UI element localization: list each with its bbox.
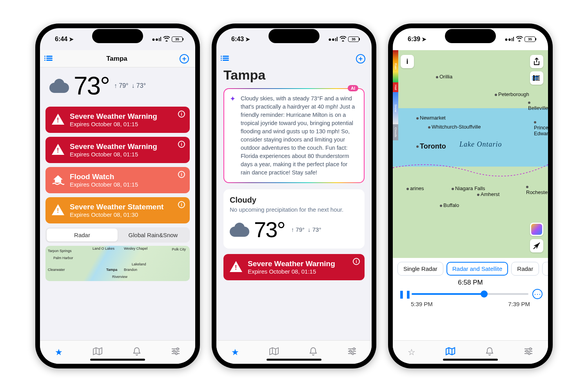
current-temp: 73° xyxy=(74,71,109,100)
svg-point-11 xyxy=(526,350,528,352)
radar-mode-chip[interactable]: G xyxy=(542,262,548,276)
phone-2-tampa-ai: 6:43 ➤ ●●ıl 35 + Tampa AI ✦ Cloudy xyxy=(212,24,376,368)
map-label: Riverview xyxy=(112,275,127,279)
svg-point-0 xyxy=(177,348,179,350)
list-button[interactable] xyxy=(223,54,230,64)
high-temp: ↑ 79° xyxy=(114,82,129,89)
radar-mode-chip[interactable]: Radar xyxy=(511,262,539,276)
alert-title: Flood Watch xyxy=(70,172,138,181)
conditions-card: Cloudy No upcoming precipitation for the… xyxy=(223,189,365,249)
alert-card[interactable]: Severe Weather WarningExpires October 08… xyxy=(45,107,190,133)
map-label: Land O Lakes xyxy=(93,247,114,250)
nav-title: Tampa xyxy=(106,55,127,63)
alert-card[interactable]: Severe Weather WarningExpires October 08… xyxy=(45,137,190,163)
radar-layer-button[interactable] xyxy=(530,223,543,236)
warning-triangle-icon xyxy=(230,261,242,274)
main-content: Tampa AI ✦ Cloudy skies, with a steady 7… xyxy=(216,67,372,340)
map-label: Polk City xyxy=(172,247,186,251)
map-city-label: Newmarket xyxy=(416,115,446,121)
info-icon[interactable]: i xyxy=(353,258,360,265)
svg-point-10 xyxy=(530,348,532,350)
wifi-icon xyxy=(339,36,347,43)
list-button[interactable] xyxy=(46,54,54,64)
alert-card[interactable]: Severe Weather StatementExpires October … xyxy=(45,197,190,223)
timeline-current: 6:58 PM xyxy=(393,278,548,289)
map-city-label: Toronto xyxy=(416,142,446,151)
cloud-icon xyxy=(49,79,69,93)
home-indicator xyxy=(90,359,145,361)
plus-circle-icon: + xyxy=(356,54,365,64)
map-label: Tampa xyxy=(106,268,117,272)
map-label: Brandon xyxy=(124,268,137,272)
home-indicator xyxy=(443,359,498,361)
alert-card[interactable]: Flood WatchExpires October 08, 01:15i xyxy=(45,167,190,193)
pause-button[interactable]: ❚❚ xyxy=(398,289,408,299)
ai-summary-card[interactable]: AI ✦ Cloudy skies, with a steady 73°F an… xyxy=(223,88,365,183)
tab-favorites[interactable]: ★ xyxy=(231,347,239,358)
radar-mode-chip[interactable]: Single Radar xyxy=(397,262,443,276)
alert-subtitle: Expires October 08, 01:15 xyxy=(248,268,335,275)
disable-location-button[interactable] xyxy=(530,239,543,252)
condition-subtitle: No upcoming precipitation for the next h… xyxy=(230,206,358,213)
info-icon[interactable]: i xyxy=(178,201,185,208)
nav-header: + xyxy=(216,50,372,67)
svg-point-1 xyxy=(173,350,175,352)
tab-favorites[interactable]: ★ xyxy=(55,347,63,358)
add-location-button[interactable]: + xyxy=(180,54,189,64)
current-temp: 73° xyxy=(254,217,285,242)
svg-point-7 xyxy=(534,78,535,79)
tab-map[interactable] xyxy=(93,347,103,358)
timeline-slider[interactable] xyxy=(412,293,528,295)
add-location-button[interactable]: + xyxy=(356,54,365,64)
info-icon[interactable]: i xyxy=(178,171,185,178)
radar-map-preview[interactable]: Tarpon Springs Land O Lakes Wesley Chape… xyxy=(45,246,190,281)
phone-1-tampa-alerts: 6:44 ➤ ●●ıl 35 Tampa + 73° xyxy=(35,24,200,368)
alert-subtitle: Expires October 08, 01:15 xyxy=(70,121,157,127)
legend-snow: Snow xyxy=(393,92,398,124)
home-indicator xyxy=(267,359,321,361)
tab-alerts[interactable] xyxy=(485,347,494,358)
tab-alerts[interactable] xyxy=(309,347,318,358)
tab-settings[interactable] xyxy=(171,347,180,358)
border-line xyxy=(393,160,548,207)
info-icon[interactable]: i xyxy=(178,141,185,148)
more-button[interactable]: ⋯ xyxy=(532,289,543,299)
timeline-end: 7:39 PM xyxy=(508,301,530,307)
tab-map[interactable] xyxy=(269,347,279,358)
svg-point-4 xyxy=(350,350,352,352)
phone-3-radar-map: 6:39 ➤ ●●ıl 35 Rain Hail Snow Clouds i xyxy=(388,24,553,368)
timeline-slider-row: ❚❚ ⋯ xyxy=(393,289,548,299)
legend-hail: Hail xyxy=(393,82,398,92)
seg-radar[interactable]: Radar xyxy=(47,229,118,241)
layers-button[interactable] xyxy=(530,71,543,85)
map-mode-segmented[interactable]: Radar Global Rain&Snow xyxy=(45,227,190,243)
location-arrow-icon: ➤ xyxy=(245,36,250,42)
tab-map[interactable] xyxy=(445,347,456,358)
map-label: Wesley Chapel xyxy=(124,247,147,250)
map-city-label: Belleville xyxy=(528,99,548,111)
ai-summary-text: Cloudy skies, with a steady 73°F and a w… xyxy=(230,94,358,177)
legend-clouds: Clouds xyxy=(393,124,398,140)
slider-thumb[interactable] xyxy=(481,290,488,298)
warning-triangle-icon xyxy=(52,204,64,215)
warning-triangle-icon xyxy=(52,144,64,155)
nav-header: Tampa + xyxy=(40,50,195,67)
tab-settings[interactable] xyxy=(347,347,357,358)
main-content: Rain Hail Snow Clouds i xyxy=(393,50,548,340)
tab-settings[interactable] xyxy=(524,347,533,358)
list-icon xyxy=(223,55,230,62)
radar-mode-chip[interactable]: Radar and Satellite xyxy=(446,262,508,276)
map-info-button[interactable]: i xyxy=(401,55,414,68)
info-icon[interactable]: i xyxy=(178,111,185,118)
list-icon xyxy=(46,55,54,62)
cloud-icon xyxy=(230,223,249,237)
radar-map[interactable]: Rain Hail Snow Clouds i xyxy=(393,50,548,258)
alert-severe-weather-warning[interactable]: Severe Weather Warning Expires October 0… xyxy=(223,254,365,280)
seg-global[interactable]: Global Rain&Snow xyxy=(118,229,189,241)
svg-point-5 xyxy=(352,352,354,354)
map-legend: Rain Hail Snow Clouds xyxy=(393,50,398,140)
share-button[interactable] xyxy=(530,55,543,68)
map-label: Clearwater xyxy=(48,268,65,272)
tab-favorites[interactable]: ☆ xyxy=(408,347,416,358)
tab-alerts[interactable] xyxy=(132,347,141,358)
